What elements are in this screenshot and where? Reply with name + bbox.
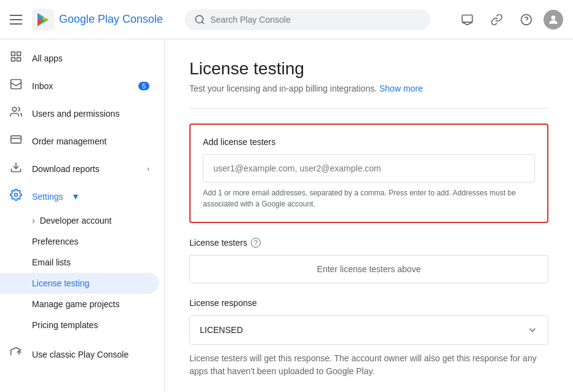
- add-testers-box: Add license testers Add 1 or more email …: [189, 123, 548, 223]
- sidebar-item-download[interactable]: Download reports ›: [0, 155, 159, 182]
- sidebar-item-all-apps-label: All apps: [32, 53, 63, 63]
- order-icon: [10, 133, 22, 149]
- chevron-down-icon: [527, 324, 538, 335]
- users-icon: [10, 106, 22, 121]
- add-testers-hint: Add 1 or more email addresses, separated…: [203, 187, 535, 210]
- testers-placeholder: Enter license testers above: [189, 255, 548, 283]
- sidebar-item-users[interactable]: Users and permissions: [0, 100, 159, 127]
- sidebar-item-order-label: Order management: [32, 136, 106, 146]
- avatar-icon: [547, 14, 559, 26]
- developer-account-chevron-icon: ›: [32, 216, 35, 225]
- license-response-description: License testers will get this response. …: [189, 352, 548, 378]
- sidebar-item-inbox[interactable]: Inbox 5: [0, 72, 159, 100]
- sidebar-item-developer-account-label: Developer account: [40, 216, 112, 225]
- app-body: All apps Inbox 5 Users and per: [0, 39, 573, 392]
- sidebar-item-classic[interactable]: Use classic Play Console: [0, 340, 159, 368]
- header-right: [455, 7, 563, 32]
- search-input[interactable]: [210, 15, 421, 25]
- logo-icon: [32, 9, 54, 31]
- license-response-select[interactable]: LICENSED: [189, 315, 548, 345]
- sidebar-item-inbox-label: Inbox: [32, 81, 53, 91]
- page-subtitle: Test your licensing and in-app billing i…: [189, 84, 548, 93]
- sidebar-item-preferences[interactable]: Preferences: [0, 231, 159, 252]
- sidebar-item-license-testing-label: License testing: [32, 278, 89, 288]
- sidebar-item-email-lists-label: Email lists: [32, 257, 71, 267]
- svg-point-5: [196, 15, 203, 23]
- inbox-badge: 5: [138, 82, 149, 90]
- license-response-value: LICENSED: [200, 325, 243, 335]
- email-input[interactable]: [203, 154, 535, 182]
- logo-text: Google Play Console: [59, 13, 163, 26]
- feedback-button[interactable]: [455, 7, 480, 32]
- help-icon: [520, 14, 532, 26]
- svg-rect-13: [12, 58, 15, 61]
- sidebar-item-preferences-label: Preferences: [32, 237, 78, 246]
- main-content: License testing Test your licensing and …: [165, 39, 573, 392]
- sidebar-item-license-testing[interactable]: License testing: [0, 273, 159, 294]
- svg-line-6: [202, 22, 204, 23]
- svg-rect-14: [17, 58, 21, 61]
- search-bar[interactable]: [184, 9, 430, 30]
- link-button[interactable]: [484, 7, 509, 32]
- app-header: Google Play Console: [0, 0, 573, 39]
- all-apps-icon: [10, 50, 22, 66]
- inbox-icon: [10, 78, 22, 93]
- svg-rect-12: [17, 52, 21, 56]
- sidebar-item-settings[interactable]: Settings ▾: [0, 182, 159, 210]
- avatar[interactable]: [543, 10, 563, 29]
- sidebar-item-download-label: Download reports: [32, 164, 100, 174]
- search-icon: [194, 14, 205, 25]
- settings-icon: [10, 189, 22, 204]
- license-testers-help-icon[interactable]: ?: [251, 238, 261, 248]
- download-icon: [10, 161, 22, 176]
- help-button[interactable]: [514, 7, 539, 32]
- svg-point-20: [15, 194, 18, 197]
- svg-rect-7: [462, 15, 473, 22]
- link-icon: [491, 14, 503, 26]
- sidebar-item-manage-game[interactable]: Manage game projects: [0, 294, 159, 315]
- download-expand-icon: ›: [147, 165, 149, 173]
- sidebar-item-pricing-templates[interactable]: Pricing templates: [0, 315, 159, 335]
- sidebar-item-pricing-templates-label: Pricing templates: [32, 320, 98, 330]
- add-testers-label: Add license testers: [203, 137, 535, 147]
- sidebar-item-all-apps[interactable]: All apps: [0, 44, 159, 72]
- sidebar-item-manage-game-label: Manage game projects: [32, 299, 119, 309]
- svg-rect-15: [11, 80, 22, 89]
- show-more-link[interactable]: Show more: [379, 84, 423, 93]
- settings-chevron-down-icon: ▾: [73, 190, 78, 202]
- page-title: License testing: [189, 59, 548, 79]
- svg-rect-11: [12, 52, 15, 56]
- classic-icon: [10, 347, 22, 362]
- logo: Google Play Console: [32, 9, 163, 31]
- license-testers-section-label: License testers ?: [189, 238, 548, 248]
- svg-point-10: [551, 15, 556, 20]
- sidebar-item-users-label: Users and permissions: [32, 109, 119, 119]
- svg-point-16: [12, 108, 17, 112]
- divider: [189, 108, 548, 109]
- sidebar-item-email-lists[interactable]: Email lists: [0, 252, 159, 273]
- header-left: Google Play Console: [10, 9, 175, 31]
- sidebar-item-order[interactable]: Order management: [0, 127, 159, 155]
- license-response-label: License response: [189, 298, 548, 308]
- sidebar-item-settings-label: Settings: [32, 192, 63, 202]
- sidebar-item-developer-account[interactable]: › Developer account: [0, 210, 159, 231]
- sidebar-item-classic-label: Use classic Play Console: [32, 350, 128, 359]
- svg-rect-17: [11, 136, 22, 143]
- hamburger-menu[interactable]: [10, 15, 22, 25]
- sidebar: All apps Inbox 5 Users and per: [0, 39, 165, 392]
- feedback-icon: [461, 14, 473, 26]
